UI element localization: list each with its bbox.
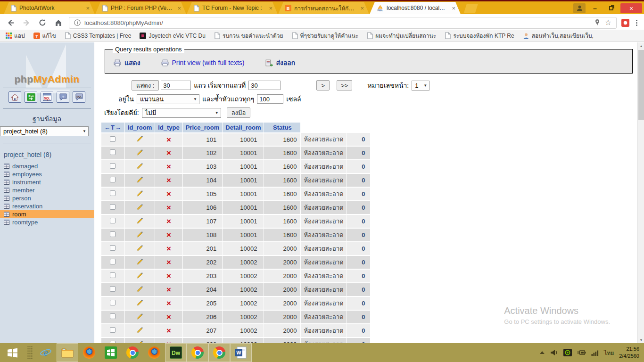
- delete-row-button[interactable]: ×: [155, 201, 183, 214]
- row-checkbox[interactable]: [110, 272, 116, 278]
- row-checkbox[interactable]: [110, 259, 116, 264]
- back-button[interactable]: [5, 17, 16, 28]
- scroll-up-icon[interactable]: ▲: [638, 42, 644, 49]
- pin-icon[interactable]: [594, 19, 600, 26]
- edit-row-button[interactable]: [124, 310, 155, 324]
- edit-row-button[interactable]: [124, 160, 155, 173]
- taskbar-app-explorer[interactable]: [57, 343, 78, 362]
- edit-row-button[interactable]: [124, 324, 155, 337]
- row-checkbox[interactable]: [110, 218, 116, 223]
- database-heading-link[interactable]: project_hotel (8): [4, 151, 94, 158]
- power-button[interactable]: [577, 349, 586, 356]
- operation-link[interactable]: แสดง: [114, 58, 140, 68]
- row-checkbox[interactable]: [110, 149, 116, 155]
- bookmark-item[interactable]: ผมจะทำปุ่มเปลี่ยนสถานะ: [367, 31, 436, 40]
- sidebar-table-employees[interactable]: employees: [0, 170, 94, 178]
- delete-row-button[interactable]: ×: [155, 337, 183, 343]
- start-row-input[interactable]: [248, 81, 281, 90]
- column-header-id_room[interactable]: Id_room: [124, 123, 155, 133]
- taskbar-app-word[interactable]: W: [230, 343, 252, 362]
- row-checkbox[interactable]: [110, 177, 116, 182]
- sidebar-table-damaged[interactable]: damaged: [0, 162, 94, 170]
- edit-row-button[interactable]: [124, 146, 155, 160]
- display-direction-header[interactable]: ←T→: [101, 123, 124, 133]
- scroll-down-icon[interactable]: ▼: [638, 337, 644, 343]
- profile-button[interactable]: [573, 3, 586, 13]
- bookmark-item[interactable]: Joyetech eVic VTC Du: [140, 33, 206, 39]
- taskbar-app-dreamweaver[interactable]: Dw: [165, 343, 187, 362]
- delete-row-button[interactable]: ×: [155, 310, 183, 324]
- url-text[interactable]: localhost:8080/phpMyAdmin/: [84, 19, 163, 26]
- bookmark-item[interactable]: สอนทำเว็บ,สอนเขียนเว็บ,: [523, 31, 594, 40]
- browser-tab[interactable]: TC Forum - New Topic :×: [187, 2, 278, 14]
- scrollbar-thumb[interactable]: [638, 50, 644, 120]
- row-checkbox[interactable]: [110, 300, 116, 305]
- row-checkbox[interactable]: [110, 245, 116, 251]
- sort-key-select[interactable]: ไม่มี ▼: [142, 108, 221, 118]
- show-button[interactable]: แสดง :: [132, 80, 159, 90]
- delete-row-button[interactable]: ×: [155, 324, 183, 337]
- forward-button[interactable]: [21, 17, 32, 28]
- row-checkbox[interactable]: [110, 286, 116, 292]
- language-indicator[interactable]: ไทย: [604, 348, 614, 357]
- taskbar-clock[interactable]: 21:56 2/4/2560: [619, 346, 639, 360]
- database-select[interactable]: project_hotel (8) ▼: [0, 126, 89, 136]
- browser-menu-icon[interactable]: [634, 20, 639, 26]
- delete-row-button[interactable]: ×: [155, 242, 183, 255]
- tab-close-icon[interactable]: ×: [450, 5, 457, 12]
- operation-link[interactable]: Print view (with full texts): [161, 59, 245, 66]
- last-page-button[interactable]: >>: [337, 80, 352, 90]
- new-tab-button[interactable]: [464, 4, 478, 13]
- browser-tab[interactable]: PHP : Forum PHP (Versio×: [95, 2, 186, 14]
- go-button[interactable]: ลงมือ: [227, 107, 251, 118]
- bookmark-item[interactable]: ระบบจองห้องพัก KTP Re: [445, 31, 514, 40]
- delete-row-button[interactable]: ×: [155, 255, 183, 269]
- row-checkbox[interactable]: [110, 136, 116, 142]
- edit-row-button[interactable]: [124, 228, 155, 242]
- bookmark-item[interactable]: พี่ๆช่วยรับมาดูให้คำแนะ: [292, 31, 359, 40]
- edit-row-button[interactable]: [124, 133, 155, 146]
- refresh-button[interactable]: [37, 17, 48, 28]
- address-bar[interactable]: localhost:8080/phpMyAdmin/ ☆: [69, 17, 617, 29]
- edit-row-button[interactable]: [124, 201, 155, 214]
- page-select[interactable]: 1 ▼: [412, 81, 429, 90]
- sidebar-table-roomtype[interactable]: roomtype: [0, 218, 94, 226]
- taskbar-app-store[interactable]: [100, 343, 122, 362]
- delete-row-button[interactable]: ×: [155, 146, 183, 160]
- row-checkbox[interactable]: [110, 313, 116, 319]
- taskbar-app-chrome[interactable]: [122, 343, 143, 362]
- edit-row-button[interactable]: [124, 337, 155, 343]
- show-hidden-icons-button[interactable]: [539, 351, 545, 354]
- bookmark-item[interactable]: รบกวน ขอคำแนะนำด้วย: [214, 31, 283, 40]
- sidebar-table-person[interactable]: person: [0, 194, 94, 202]
- sidebar-table-instrument[interactable]: instrument: [0, 178, 94, 186]
- volume-button[interactable]: [550, 349, 558, 356]
- row-checkbox[interactable]: [110, 190, 116, 196]
- network-button[interactable]: [591, 350, 599, 356]
- edit-row-button[interactable]: [124, 296, 155, 310]
- delete-row-button[interactable]: ×: [155, 269, 183, 283]
- sidebar-table-reservation[interactable]: reservation: [0, 202, 94, 210]
- edit-row-button[interactable]: [124, 269, 155, 283]
- nvidia-tray-button[interactable]: [563, 349, 572, 356]
- minimize-button[interactable]: –: [588, 3, 602, 13]
- taskbar-app-chrome[interactable]: [187, 343, 208, 362]
- edit-row-button[interactable]: [124, 187, 155, 201]
- browser-tab[interactable]: PhotoArtWork×: [4, 2, 95, 14]
- edit-row-button[interactable]: [124, 283, 155, 296]
- tab-close-icon[interactable]: ×: [176, 5, 182, 12]
- operation-link[interactable]: ส่งออก: [265, 58, 296, 68]
- taskbar-app-firefox[interactable]: [78, 343, 100, 362]
- column-header-id_type[interactable]: Id_type: [155, 123, 183, 133]
- sidebar-table-room[interactable]: room: [0, 210, 94, 218]
- display-mode-select[interactable]: แนวนอน ▼: [137, 94, 199, 104]
- delete-row-button[interactable]: ×: [155, 173, 183, 187]
- row-checkbox[interactable]: [110, 327, 116, 333]
- info-icon[interactable]: [74, 19, 81, 26]
- repeat-cells-input[interactable]: [257, 94, 283, 104]
- home-button[interactable]: [53, 17, 64, 28]
- close-button[interactable]: ×: [620, 3, 642, 13]
- bookmark-item[interactable]: แอป: [6, 31, 25, 40]
- tab-close-icon[interactable]: ×: [267, 5, 274, 12]
- row-checkbox[interactable]: [110, 163, 116, 169]
